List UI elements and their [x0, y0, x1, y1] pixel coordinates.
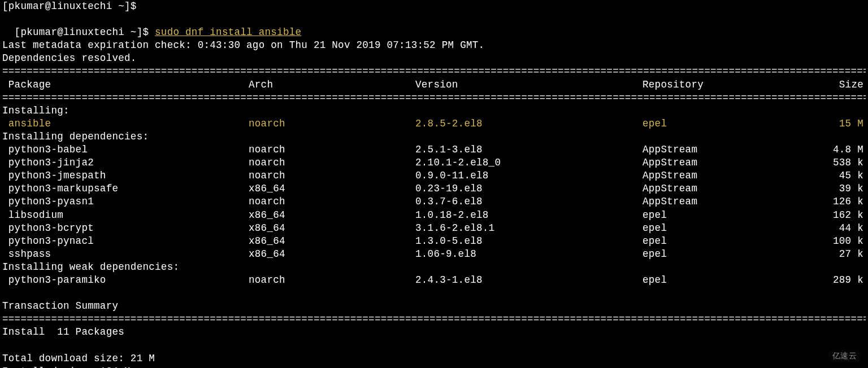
table-row: python3-pynaclx86_641.3.0-5.el8epel100 k — [2, 235, 866, 248]
table-row: python3-babelnoarch2.5.1-3.el8AppStream4… — [2, 143, 866, 156]
pkg-name: python3-babel — [2, 143, 249, 156]
pkg-name: python3-jinja2 — [2, 156, 249, 169]
pkg-size: 4.8 M — [809, 143, 866, 156]
section-installing-deps: Installing dependencies: — [2, 130, 866, 143]
divider: ========================================… — [2, 313, 866, 326]
pkg-arch: x86_64 — [249, 248, 415, 261]
pkg-version: 2.8.5-2.el8 — [415, 117, 643, 130]
pkg-repo: AppStream — [643, 182, 809, 195]
table-row: python3-jmespathnoarch0.9.0-11.el8AppStr… — [2, 169, 866, 182]
header-package: Package — [2, 78, 249, 91]
pkg-arch: noarch — [249, 156, 415, 169]
prompt-line[interactable]: [pkumar@linuxtechi ~]$ sudo dnf install … — [2, 13, 866, 39]
pkg-name: python3-jmespath — [2, 169, 249, 182]
header-repository: Repository — [643, 78, 809, 91]
table-header: Package Arch Version Repository Size — [2, 78, 866, 91]
divider: ========================================… — [2, 65, 866, 78]
pkg-name: python3-pyasn1 — [2, 195, 249, 208]
pkg-repo: AppStream — [643, 143, 809, 156]
pkg-size: 39 k — [809, 182, 866, 195]
pkg-size: 15 M — [809, 117, 866, 130]
pkg-arch: x86_64 — [249, 182, 415, 195]
pkg-version: 2.5.1-3.el8 — [415, 143, 643, 156]
pkg-repo: epel — [643, 117, 809, 130]
table-row: ansible noarch 2.8.5-2.el8 epel 15 M — [2, 117, 866, 130]
pkg-version: 2.4.3-1.el8 — [415, 274, 643, 287]
pkg-size: 27 k — [809, 248, 866, 261]
header-version: Version — [415, 78, 643, 91]
pkg-name: python3-pynacl — [2, 235, 249, 248]
pkg-size: 162 k — [809, 209, 866, 222]
pkg-size: 126 k — [809, 195, 866, 208]
pkg-name: sshpass — [2, 248, 249, 261]
deps-resolved: Dependencies resolved. — [2, 52, 866, 65]
watermark: 亿速云 — [828, 350, 861, 362]
pkg-version: 0.9.0-11.el8 — [415, 169, 643, 182]
pkg-name: python3-bcrypt — [2, 222, 249, 235]
pkg-size: 44 k — [809, 222, 866, 235]
pkg-version: 1.06-9.el8 — [415, 248, 643, 261]
pkg-version: 2.10.1-2.el8_0 — [415, 156, 643, 169]
section-installing-weak: Installing weak dependencies: — [2, 261, 866, 274]
table-row: python3-jinja2noarch2.10.1-2.el8_0AppStr… — [2, 156, 866, 169]
table-row: libsodiumx86_641.0.18-2.el8epel162 k — [2, 209, 866, 222]
divider: ========================================… — [2, 91, 866, 104]
command-text: sudo dnf install ansible — [155, 27, 301, 38]
pkg-repo: epel — [643, 222, 809, 235]
prompt-line-prev: [pkumar@linuxtechi ~]$ — [2, 0, 866, 13]
pkg-arch: noarch — [249, 117, 415, 130]
blank-line — [2, 287, 866, 300]
pkg-name: python3-paramiko — [2, 274, 249, 287]
pkg-repo: epel — [643, 274, 809, 287]
pkg-arch: noarch — [249, 169, 415, 182]
pkg-version: 1.0.18-2.el8 — [415, 209, 643, 222]
table-row: sshpassx86_641.06-9.el8epel27 k — [2, 248, 866, 261]
pkg-name: python3-markupsafe — [2, 182, 249, 195]
pkg-arch: noarch — [249, 143, 415, 156]
table-row: python3-pyasn1noarch0.3.7-6.el8AppStream… — [2, 195, 866, 208]
metadata-line: Last metadata expiration check: 0:43:30 … — [2, 39, 866, 52]
pkg-size: 538 k — [809, 156, 866, 169]
shell-prompt: [pkumar@linuxtechi ~]$ — [15, 27, 155, 38]
pkg-size: 45 k — [809, 169, 866, 182]
section-installing: Installing: — [2, 104, 866, 117]
pkg-name: ansible — [2, 117, 249, 130]
pkg-version: 0.3.7-6.el8 — [415, 195, 643, 208]
total-download: Total download size: 21 M — [2, 352, 866, 365]
pkg-repo: AppStream — [643, 156, 809, 169]
pkg-name: libsodium — [2, 209, 249, 222]
header-size: Size — [809, 78, 866, 91]
table-row: python3-bcryptx86_643.1.6-2.el8.1epel44 … — [2, 222, 866, 235]
pkg-repo: epel — [643, 209, 809, 222]
blank-line — [2, 339, 866, 352]
pkg-repo: epel — [643, 235, 809, 248]
summary-heading: Transaction Summary — [2, 300, 866, 313]
pkg-size: 100 k — [809, 235, 866, 248]
pkg-size: 289 k — [809, 274, 866, 287]
pkg-arch: noarch — [249, 274, 415, 287]
pkg-arch: x86_64 — [249, 209, 415, 222]
pkg-arch: x86_64 — [249, 222, 415, 235]
table-row: python3-markupsafex86_640.23-19.el8AppSt… — [2, 182, 866, 195]
pkg-version: 3.1.6-2.el8.1 — [415, 222, 643, 235]
pkg-repo: AppStream — [643, 195, 809, 208]
install-count: Install 11 Packages — [2, 326, 866, 339]
pkg-version: 1.3.0-5.el8 — [415, 235, 643, 248]
pkg-arch: noarch — [249, 195, 415, 208]
pkg-arch: x86_64 — [249, 235, 415, 248]
header-arch: Arch — [249, 78, 415, 91]
pkg-repo: epel — [643, 248, 809, 261]
table-row: python3-paramikonoarch2.4.3-1.el8epel289… — [2, 274, 866, 287]
pkg-repo: AppStream — [643, 169, 809, 182]
installed-size: Installed size: 104 M — [2, 365, 866, 368]
pkg-version: 0.23-19.el8 — [415, 182, 643, 195]
